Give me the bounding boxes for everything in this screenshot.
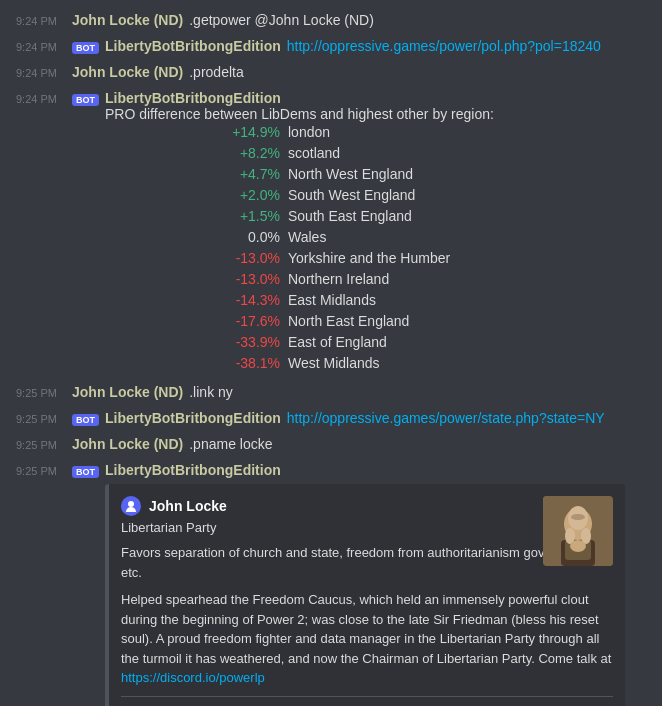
stat-lbl-8: East Midlands [288, 290, 376, 311]
stat-yorkshire: -13.0% Yorkshire and the Humber [225, 248, 646, 269]
message-row-2: 9:24 PM BOT LibertyBotBritbongEdition ht… [16, 38, 646, 54]
message-group-5: 9:25 PM John Locke (ND) .link ny [0, 380, 662, 406]
thumbnail-image [543, 496, 613, 566]
message-group-2: 9:24 PM BOT LibertyBotBritbongEdition ht… [0, 34, 662, 60]
message-group-8: 9:25 PM BOT LibertyBotBritbongEdition [0, 458, 662, 706]
stat-val-11: -38.1% [225, 353, 280, 374]
message-row-7: 9:25 PM John Locke (ND) .pname locke [16, 436, 646, 452]
svg-point-7 [570, 540, 586, 552]
embed-avatar-icon [121, 496, 141, 516]
message-group-4: 9:24 PM BOT LibertyBotBritbongEdition PR… [0, 86, 662, 380]
stat-w-midlands: -38.1% West Midlands [225, 353, 646, 374]
timestamp-2: 9:24 PM [16, 41, 64, 53]
embed-desc1: Favors separation of church and state, f… [121, 543, 613, 582]
stat-sw-england: +2.0% South West England [225, 185, 646, 206]
stat-val-6: -13.0% [225, 248, 280, 269]
username-3: John Locke (ND) [72, 64, 183, 80]
bot-badge-6: BOT [72, 414, 99, 426]
embed-thumbnail [543, 496, 613, 566]
stat-ne-england: -17.6% North East England [225, 311, 646, 332]
stat-lbl-11: West Midlands [288, 353, 380, 374]
embed-table: Nation Power USA 72.0 [121, 696, 613, 707]
message-group-1: 9:24 PM John Locke (ND) .getpower @John … [0, 8, 662, 34]
username-1: John Locke (ND) [72, 12, 183, 28]
timestamp-7: 9:25 PM [16, 439, 64, 451]
embed-party: Libertarian Party [121, 520, 613, 535]
stat-val-1: +8.2% [225, 143, 280, 164]
stat-se-england: +1.5% South East England [225, 206, 646, 227]
embed-person-name: John Locke [149, 498, 227, 514]
message-group-7: 9:25 PM John Locke (ND) .pname locke [0, 432, 662, 458]
svg-rect-8 [571, 514, 585, 520]
username-5: John Locke (ND) [72, 384, 183, 400]
stat-val-5: 0.0% [225, 227, 280, 248]
message-group-3: 9:24 PM John Locke (ND) .prodelta [0, 60, 662, 86]
stat-lbl-9: North East England [288, 311, 409, 332]
embed-header: John Locke [121, 496, 613, 516]
stat-london: +14.9% london [225, 122, 646, 143]
timestamp-5: 9:25 PM [16, 387, 64, 399]
stat-val-4: +1.5% [225, 206, 280, 227]
stat-e-midlands: -14.3% East Midlands [225, 290, 646, 311]
timestamp-6: 9:25 PM [16, 413, 64, 425]
stat-lbl-5: Wales [288, 227, 326, 248]
bot-badge-8: BOT [72, 466, 99, 478]
stat-val-9: -17.6% [225, 311, 280, 332]
chat-container: 9:24 PM John Locke (ND) .getpower @John … [0, 0, 662, 706]
message-row-6: 9:25 PM BOT LibertyBotBritbongEdition ht… [16, 410, 646, 426]
message-row-8: 9:25 PM BOT LibertyBotBritbongEdition [16, 462, 646, 706]
stat-lbl-6: Yorkshire and the Humber [288, 248, 450, 269]
message-row-4: 9:24 PM BOT LibertyBotBritbongEdition PR… [16, 90, 646, 374]
message-row-5: 9:25 PM John Locke (ND) .link ny [16, 384, 646, 400]
command-7: .pname locke [189, 436, 272, 452]
bot-badge-2: BOT [72, 42, 99, 54]
stat-lbl-10: East of England [288, 332, 387, 353]
command-1: .getpower @John Locke (ND) [189, 12, 374, 28]
stat-val-7: -13.0% [225, 269, 280, 290]
stat-val-0: +14.9% [225, 122, 280, 143]
stat-lbl-0: london [288, 122, 330, 143]
stat-val-8: -14.3% [225, 290, 280, 311]
stat-lbl-7: Northern Ireland [288, 269, 389, 290]
stat-lbl-1: scotland [288, 143, 340, 164]
bot-badge-4: BOT [72, 94, 99, 106]
command-5: .link ny [189, 384, 233, 400]
message-row-1: 9:24 PM John Locke (ND) .getpower @John … [16, 12, 646, 28]
stats-block: +14.9% london +8.2% scotland +4.7% North… [225, 122, 646, 374]
stat-val-2: +4.7% [225, 164, 280, 185]
username-7: John Locke (ND) [72, 436, 183, 452]
stat-lbl-2: North West England [288, 164, 413, 185]
timestamp-4: 9:24 PM [16, 93, 64, 105]
stat-nw-england: +4.7% North West England [225, 164, 646, 185]
stat-scotland: +8.2% scotland [225, 143, 646, 164]
intro-text: PRO difference between LibDems and highe… [105, 106, 494, 122]
username-8: LibertyBotBritbongEdition [105, 462, 281, 478]
stat-val-10: -33.9% [225, 332, 280, 353]
username-6: LibertyBotBritbongEdition [105, 410, 281, 426]
timestamp-8: 9:25 PM [16, 465, 64, 477]
username-2: LibertyBotBritbongEdition [105, 38, 281, 54]
username-4: LibertyBotBritbongEdition [105, 90, 281, 106]
message-group-6: 9:25 PM BOT LibertyBotBritbongEdition ht… [0, 406, 662, 432]
stat-lbl-4: South East England [288, 206, 412, 227]
svg-point-9 [128, 501, 134, 507]
link-6[interactable]: http://oppressive.games/power/state.php?… [287, 410, 605, 426]
embed-desc2: Helped spearhead the Freedom Caucus, whi… [121, 590, 613, 688]
embed-card: John Locke Libertarian Party Favors sepa… [105, 484, 625, 706]
command-3: .prodelta [189, 64, 243, 80]
timestamp-3: 9:24 PM [16, 67, 64, 79]
stat-wales: 0.0% Wales [225, 227, 646, 248]
stat-val-3: +2.0% [225, 185, 280, 206]
link-2[interactable]: http://oppressive.games/power/pol.php?po… [287, 38, 601, 54]
timestamp-1: 9:24 PM [16, 15, 64, 27]
stat-n-ireland: -13.0% Northern Ireland [225, 269, 646, 290]
message-row-3: 9:24 PM John Locke (ND) .prodelta [16, 64, 646, 80]
embed-discord-link[interactable]: https://discord.io/powerlp [121, 670, 265, 685]
stat-lbl-3: South West England [288, 185, 415, 206]
stat-e-england: -33.9% East of England [225, 332, 646, 353]
